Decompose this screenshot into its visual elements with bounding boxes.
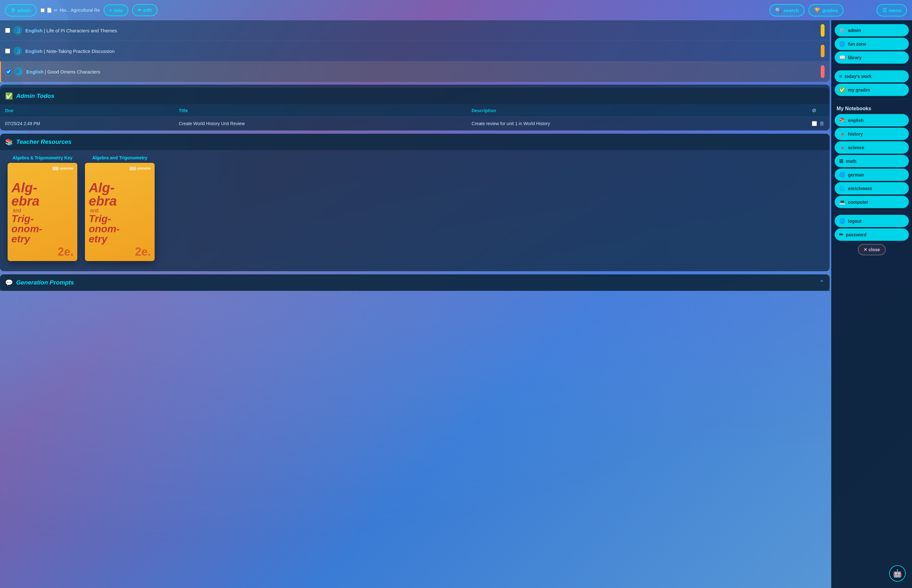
sidebar-divider-2 (835, 99, 909, 100)
resources-section-title: Teacher Resources (16, 139, 72, 145)
openstax-lines-2 (129, 167, 136, 170)
sidebar-math-icon: ⊞ (839, 158, 843, 164)
book-cover-1: openstax Alg-ebra and Trig-onom-etry 2e. (8, 163, 77, 261)
sidebar-english-label: english (848, 118, 863, 123)
sidebar-item-funzone[interactable]: 🌀 fun zone (835, 38, 909, 50)
sidebar-german-icon: 🌀 (839, 172, 846, 178)
row-tag-3 (821, 65, 825, 78)
book-cover-text-2: Alg-ebra and Trig-onom-etry 2e. (85, 178, 155, 261)
sidebar-item-math[interactable]: ⊞ math (835, 155, 909, 167)
admin-icon: ⚙ (11, 7, 15, 13)
book-cover-2: openstax Alg-ebra and Trig-onom-etry 2e. (85, 163, 155, 261)
sidebar-item-science[interactable]: 🔺 science (835, 141, 909, 153)
book-card-1[interactable]: Algebra & Trigonometry Key openstax Alg-… (8, 155, 77, 261)
subject-icon-1: 📘 (13, 26, 22, 35)
sidebar-library-icon: 📖 (839, 55, 846, 60)
prompts-toggle[interactable]: ⌃ (819, 279, 825, 286)
row-tag-2 (821, 45, 825, 57)
list-item[interactable]: 📘 English | Note-Taking Practice Discuss… (0, 41, 830, 61)
todo-checkbox[interactable] (812, 121, 817, 126)
sidebar-enrichment-label: enrichment (848, 186, 872, 191)
sidebar-science-label: science (848, 145, 864, 150)
todos-col-due: Due (0, 104, 174, 117)
book-logo-2: openstax (129, 166, 151, 170)
list-item[interactable]: 📘 English | Good Omens Characters (0, 61, 830, 82)
sidebar-todays-work-label: today's work (844, 74, 872, 79)
prompts-icon: 💬 (5, 279, 13, 286)
list-item[interactable]: 📘 English | Life of Pi Characters and Th… (0, 20, 830, 41)
sidebar-close-button[interactable]: ✕ close (858, 244, 886, 255)
menu-button[interactable]: ☰ menu (876, 4, 907, 16)
sidebar-science-icon: 🔺 (839, 144, 846, 150)
resources-icon: 📚 (5, 138, 13, 146)
menu-label: menu (889, 8, 901, 13)
grades-label: grades (822, 8, 838, 13)
toolbar-checkbox[interactable] (40, 8, 45, 12)
sidebar-history-label: history (848, 131, 863, 137)
sidebar-item-admin[interactable]: ⚙️ admin (835, 24, 909, 36)
sidebar-item-computer[interactable]: 💻 computer (835, 196, 909, 208)
table-row: 07/25/24 2:49 PM Create World History Un… (0, 117, 830, 131)
sidebar-funzone-icon: 🌀 (839, 41, 846, 47)
book-card-2[interactable]: Algebra and Trigonometry openstax Alg-eb… (85, 155, 155, 261)
sidebar-english-icon: 📚 (839, 117, 846, 123)
grades-button[interactable]: 🏆 grades (809, 4, 844, 16)
sidebar-item-my-grades[interactable]: ✅ my grades (835, 84, 909, 96)
avatar-bubble[interactable]: 🤖 (889, 565, 906, 582)
new-label: + new (109, 8, 123, 13)
sidebar-logout-icon: 🌀 (839, 218, 846, 224)
todo-delete-button[interactable]: 🗑 (820, 121, 825, 126)
sidebar-item-english[interactable]: 📚 english (835, 114, 909, 126)
todo-description: Create review for unit 1 in World Histor… (466, 117, 807, 131)
sidebar-library-label: library (848, 55, 862, 60)
sidebar-item-german[interactable]: 🌀 german (835, 168, 909, 181)
edit-button[interactable]: ✏ edit (132, 4, 157, 16)
list-item-checkbox-3[interactable] (6, 69, 11, 74)
openstax-lines-1 (52, 167, 59, 170)
sidebar-item-enrichment[interactable]: 🌐 enrichment (835, 182, 909, 194)
sidebar-item-logout[interactable]: 🌀 logout (835, 215, 909, 227)
sidebar-admin-label: admin (848, 28, 861, 33)
new-button[interactable]: + new (103, 5, 128, 16)
grades-icon: 🏆 (814, 7, 820, 13)
book-logo-1: openstax (52, 166, 74, 170)
list-section: 📘 English | Life of Pi Characters and Th… (0, 20, 830, 82)
toolbar: ⚙ admin 📄 ✏ His... Agricultural Re + new… (0, 0, 912, 20)
sidebar-logout-label: logout (848, 219, 862, 224)
edit-label: ✏ edit (138, 7, 152, 13)
filter-icon[interactable]: ⊘ (812, 108, 816, 113)
search-icon: 🔍 (775, 7, 781, 13)
sidebar-enrichment-icon: 🌐 (839, 185, 846, 191)
admin-label: admin (17, 8, 31, 13)
sidebar-my-grades-label: my grades (848, 87, 870, 92)
search-button[interactable]: 🔍 search (770, 4, 804, 16)
list-item-text-1: English | Life of Pi Characters and Them… (25, 28, 117, 33)
sidebar-math-label: math (846, 159, 856, 164)
sidebar-divider-3 (835, 211, 909, 212)
sidebar-computer-label: computer (848, 200, 868, 205)
sidebar-german-label: german (848, 172, 864, 178)
list-item-checkbox-2[interactable] (5, 48, 10, 53)
sidebar-todays-work-icon: ≡ (839, 73, 842, 79)
resources-section: 📚 Teacher Resources Algebra & Trigonomet… (0, 134, 830, 271)
list-item-checkbox-1[interactable] (5, 28, 10, 33)
sidebar-item-library[interactable]: 📖 library (835, 51, 909, 64)
avatar-icon: 🤖 (893, 569, 902, 578)
sidebar-divider-1 (835, 67, 909, 67)
todos-section: ✅ Admin Todos Due Title Description ⊘ 07… (0, 85, 830, 131)
book-title-1: Algebra & Trigonometry Key (12, 155, 72, 160)
sidebar-item-todays-work[interactable]: ≡ today's work (835, 70, 909, 82)
main-content: 📘 English | Life of Pi Characters and Th… (0, 20, 830, 293)
sidebar-item-history[interactable]: 🔺 history (835, 128, 909, 140)
sidebar-item-password[interactable]: ✏ password (835, 228, 909, 241)
prompts-section-header[interactable]: 💬 Generation Prompts ⌃ (0, 275, 830, 291)
book-title-2: Algebra and Trigonometry (92, 155, 147, 160)
todos-icon: ✅ (5, 92, 13, 100)
todo-due: 07/25/24 2:49 PM (0, 117, 174, 131)
sidebar-password-label: password (846, 232, 867, 237)
admin-button[interactable]: ⚙ admin (5, 4, 37, 16)
sidebar-history-icon: 🔺 (839, 131, 846, 137)
list-item-text-3: English | Good Omens Characters (26, 69, 100, 74)
todo-title: Create World History Unit Review (174, 117, 466, 131)
todos-table: Due Title Description ⊘ 07/25/24 2:49 PM… (0, 104, 830, 131)
